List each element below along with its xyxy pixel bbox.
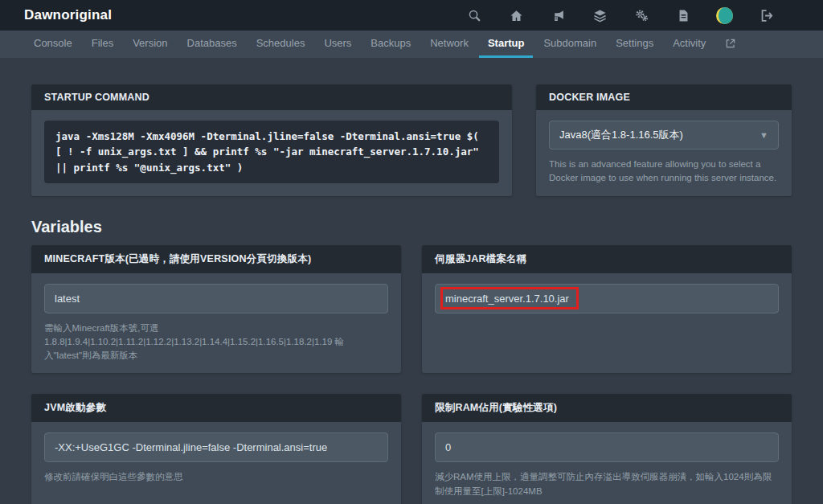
tab-network[interactable]: Network: [421, 31, 477, 58]
docker-image-selected-value: Java8(適合1.8-1.16.5版本): [559, 128, 760, 142]
services-icon[interactable]: [633, 6, 650, 24]
variable-help: 需輸入Minecraft版本號,可選1.8.8|1.9.4|1.10.2|1.1…: [44, 322, 388, 363]
docker-image-card: DOCKER IMAGE Java8(適合1.8-1.16.5版本) ▼ Thi…: [536, 84, 792, 196]
tab-activity[interactable]: Activity: [664, 31, 714, 58]
tab-databases[interactable]: Databases: [178, 31, 246, 58]
tab-settings[interactable]: Settings: [607, 31, 662, 58]
variable-help: 修改前請確保明白這些參數的意思: [44, 470, 388, 484]
variable-card-jvm-args: JVM啟動參數 修改前請確保明白這些參數的意思: [31, 394, 401, 504]
layers-icon[interactable]: [591, 6, 608, 24]
server-nav: Console Files Version Databases Schedule…: [0, 31, 823, 58]
variable-title: JVM啟動參數: [31, 394, 401, 422]
tab-schedules[interactable]: Schedules: [248, 31, 314, 58]
startup-command-code: java -Xms128M -Xmx4096M -Dterminal.jline…: [44, 121, 499, 183]
signout-icon[interactable]: [757, 6, 775, 24]
tab-version[interactable]: Version: [124, 31, 176, 58]
topbar: Dawnoriginal: [0, 0, 823, 31]
tab-files[interactable]: Files: [83, 31, 122, 58]
docker-image-help: This is an advanced feature allowing you…: [549, 158, 779, 186]
announcement-icon[interactable]: [549, 6, 567, 24]
tab-backups[interactable]: Backups: [362, 31, 420, 58]
variables-grid: MINECRAFT版本(已過時，請使用VERSION分頁切換版本) 需輸入Min…: [31, 245, 792, 504]
variable-card-server-jarfile: 伺服器JAR檔案名稱: [422, 245, 792, 374]
docker-image-select[interactable]: Java8(適合1.8-1.16.5版本) ▼: [549, 121, 779, 150]
variable-card-ram-limit: 限制RAM佔用(實驗性選項) 減少RAM使用上限，適量調整可防止內存溢出導致伺服…: [422, 394, 792, 504]
server-title: Dawnoriginal: [24, 7, 112, 23]
variable-title: 伺服器JAR檔案名稱: [422, 245, 792, 273]
chevron-down-icon: ▼: [760, 130, 768, 140]
file-icon[interactable]: [674, 6, 692, 24]
variable-help: 減少RAM使用上限，適量調整可防止內存溢出導致伺服器崩潰，如輸入1024則為限制…: [435, 470, 779, 498]
startup-command-card: STARTUP COMMAND java -Xms128M -Xmx4096M …: [31, 84, 512, 196]
topbar-icon-row: [465, 6, 775, 24]
jvm-args-input[interactable]: [44, 432, 388, 462]
ram-limit-input[interactable]: [435, 432, 779, 462]
minecraft-version-input[interactable]: [44, 284, 388, 313]
variable-card-minecraft-version: MINECRAFT版本(已過時，請使用VERSION分頁切換版本) 需輸入Min…: [31, 245, 401, 374]
startup-page: STARTUP COMMAND java -Xms128M -Xmx4096M …: [22, 58, 801, 504]
startup-command-card-title: STARTUP COMMAND: [31, 84, 512, 110]
server-jarfile-input[interactable]: [435, 284, 779, 313]
user-avatar[interactable]: [716, 7, 733, 24]
external-link-icon[interactable]: [716, 31, 745, 58]
search-icon[interactable]: [465, 6, 483, 24]
variable-title: MINECRAFT版本(已過時，請使用VERSION分頁切換版本): [31, 245, 401, 273]
home-icon[interactable]: [507, 6, 525, 24]
docker-image-card-title: DOCKER IMAGE: [536, 84, 792, 110]
tab-startup[interactable]: Startup: [479, 31, 534, 58]
tab-console[interactable]: Console: [25, 31, 81, 58]
variables-heading: Variables: [31, 218, 792, 236]
tab-subdomain[interactable]: Subdomain: [534, 31, 605, 58]
tab-users[interactable]: Users: [315, 31, 360, 58]
variable-title: 限制RAM佔用(實驗性選項): [422, 394, 792, 422]
